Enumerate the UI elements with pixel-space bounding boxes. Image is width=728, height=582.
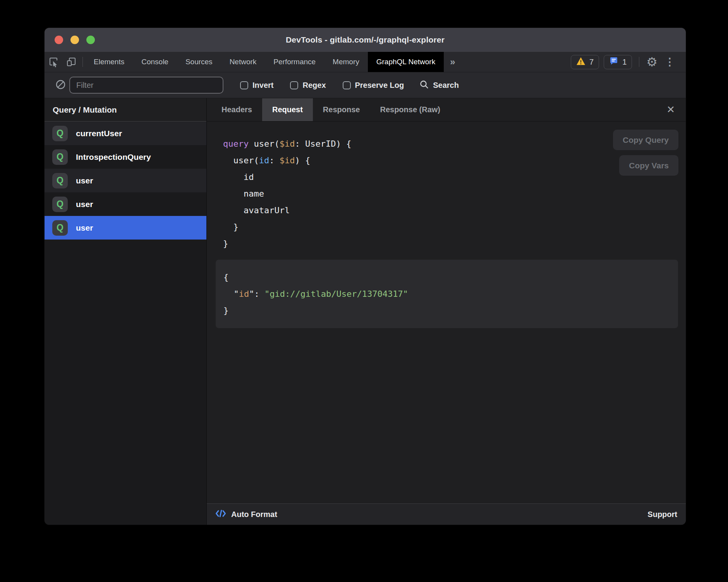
search-label: Search bbox=[433, 81, 459, 90]
warnings-badge[interactable]: 7 bbox=[571, 55, 599, 69]
query-name: user bbox=[76, 223, 93, 233]
auto-format-button[interactable]: Auto Format bbox=[231, 510, 277, 519]
code-line: user(id: $id) { bbox=[223, 152, 686, 169]
issues-count: 1 bbox=[622, 58, 627, 67]
filter-checkbox-group: InvertRegexPreserve Log bbox=[223, 81, 404, 90]
list-item[interactable]: Quser bbox=[45, 216, 206, 240]
request-view: query user($id: UserID) { user(id: $id) … bbox=[207, 122, 686, 503]
detail-tab-bar: HeadersRequestResponseResponse (Raw) ✕ bbox=[207, 98, 686, 122]
checkbox-regex[interactable] bbox=[290, 81, 298, 89]
devtools-toolbar: ElementsConsoleSourcesNetworkPerformance… bbox=[45, 52, 686, 72]
query-type-badge: Q bbox=[52, 149, 68, 165]
warning-triangle-icon bbox=[576, 57, 585, 67]
kebab-menu-icon[interactable]: ⋮ bbox=[662, 57, 677, 67]
device-toolbar-icon bbox=[66, 56, 77, 67]
list-item[interactable]: QcurrentUser bbox=[45, 122, 206, 145]
checkbox-label: Regex bbox=[302, 81, 326, 90]
chevron-double-right-icon: » bbox=[450, 56, 455, 67]
detail-tab-response[interactable]: Response bbox=[313, 98, 370, 121]
search-icon bbox=[419, 80, 429, 91]
checkbox-preserve-log[interactable] bbox=[343, 81, 351, 89]
code-line: } bbox=[223, 235, 686, 252]
code-line: } bbox=[223, 302, 670, 319]
inspect-element-button[interactable] bbox=[45, 52, 62, 72]
detail-tab-response-raw-[interactable]: Response (Raw) bbox=[370, 98, 450, 121]
checkbox-invert[interactable] bbox=[240, 81, 248, 89]
support-link[interactable]: Support bbox=[647, 510, 677, 519]
list-item[interactable]: Quser bbox=[45, 192, 206, 216]
tab-console[interactable]: Console bbox=[133, 52, 177, 72]
tab-sources[interactable]: Sources bbox=[177, 52, 221, 72]
code-line: avatarUrl bbox=[223, 202, 686, 219]
inspect-cursor-icon bbox=[48, 56, 59, 67]
detail-tab-request[interactable]: Request bbox=[262, 98, 313, 121]
detail-tabs: HeadersRequestResponseResponse (Raw) bbox=[211, 98, 450, 121]
code-line: name bbox=[223, 185, 686, 202]
query-type-badge: Q bbox=[52, 197, 68, 212]
close-icon: ✕ bbox=[666, 104, 675, 115]
window-title: DevTools - gitlab.com/-/graphql-explorer bbox=[45, 35, 686, 45]
auto-format-icon bbox=[215, 509, 226, 520]
detail-footer: Auto Format Support bbox=[207, 503, 686, 525]
code-line: { bbox=[223, 269, 670, 286]
query-name: currentUser bbox=[76, 129, 122, 138]
tab-graphql-network[interactable]: GraphQL Network bbox=[368, 52, 444, 72]
copy-query-button[interactable]: Copy Query bbox=[613, 130, 678, 150]
toggle-device-toolbar-button[interactable] bbox=[62, 52, 80, 72]
query-type-badge: Q bbox=[52, 220, 68, 236]
tab-memory[interactable]: Memory bbox=[324, 52, 368, 72]
block-icon bbox=[55, 79, 66, 91]
search-toggle[interactable]: Search bbox=[419, 80, 459, 91]
toolbar-right-cluster: 7 1 ⚙ ⋮ bbox=[571, 52, 686, 72]
devtools-window: DevTools - gitlab.com/-/graphql-explorer… bbox=[45, 28, 686, 525]
toolbar-separator bbox=[639, 57, 639, 67]
warning-count: 7 bbox=[589, 58, 594, 67]
query-name: user bbox=[76, 200, 93, 209]
checkbox-label: Invert bbox=[252, 81, 273, 90]
title-bar: DevTools - gitlab.com/-/graphql-explorer bbox=[45, 28, 686, 52]
query-name: user bbox=[76, 176, 93, 185]
toolbar-separator bbox=[82, 57, 83, 67]
checkbox-group-invert[interactable]: Invert bbox=[240, 81, 273, 90]
query-list-header: Query / Mutation bbox=[45, 98, 206, 122]
checkbox-group-regex[interactable]: Regex bbox=[290, 81, 326, 90]
query-name: IntrospectionQuery bbox=[76, 152, 151, 162]
message-bubble-icon bbox=[609, 56, 618, 68]
panel-tabs: ElementsConsoleSourcesNetworkPerformance… bbox=[85, 52, 444, 72]
code-line: } bbox=[223, 219, 686, 235]
checkbox-label: Preserve Log bbox=[355, 81, 404, 90]
list-item[interactable]: QIntrospectionQuery bbox=[45, 145, 206, 169]
filter-input[interactable] bbox=[69, 77, 223, 94]
query-list-panel: Query / Mutation QcurrentUserQIntrospect… bbox=[45, 98, 207, 525]
settings-gear-icon[interactable]: ⚙ bbox=[646, 56, 658, 68]
query-list: QcurrentUserQIntrospectionQueryQuserQuse… bbox=[45, 122, 206, 240]
copy-vars-button[interactable]: Copy Vars bbox=[619, 155, 678, 176]
code-line: id bbox=[223, 169, 686, 185]
filter-bar: InvertRegexPreserve Log Search bbox=[45, 72, 686, 98]
graphql-variables-block: { "id": "gid://gitlab/User/13704317"} bbox=[216, 260, 678, 328]
code-line: "id": "gid://gitlab/User/13704317" bbox=[223, 286, 670, 302]
query-type-badge: Q bbox=[52, 173, 68, 188]
detail-panel: HeadersRequestResponseResponse (Raw) ✕ q… bbox=[207, 98, 686, 525]
list-item[interactable]: Quser bbox=[45, 169, 206, 192]
tab-performance[interactable]: Performance bbox=[265, 52, 324, 72]
checkbox-group-preserve-log[interactable]: Preserve Log bbox=[343, 81, 404, 90]
close-detail-button[interactable]: ✕ bbox=[663, 102, 678, 117]
tab-network[interactable]: Network bbox=[221, 52, 265, 72]
query-type-badge: Q bbox=[52, 126, 68, 141]
tab-elements[interactable]: Elements bbox=[85, 52, 133, 72]
main-split: Query / Mutation QcurrentUserQIntrospect… bbox=[45, 98, 686, 525]
clear-requests-button[interactable] bbox=[52, 79, 69, 91]
more-tabs-button[interactable]: » bbox=[444, 52, 461, 72]
detail-tab-headers[interactable]: Headers bbox=[211, 98, 262, 121]
issues-badge[interactable]: 1 bbox=[604, 55, 632, 69]
